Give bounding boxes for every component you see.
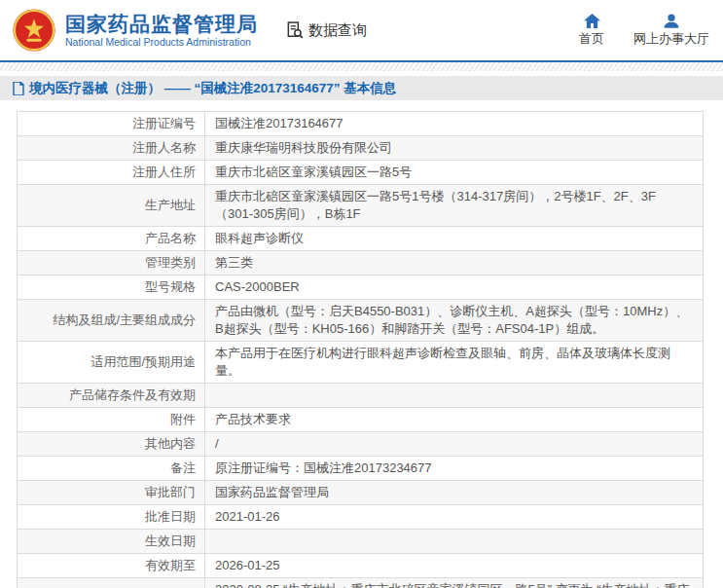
row-value: 重庆市北碚区童家溪镇园区一路5号 — [205, 161, 703, 184]
nav-home[interactable]: 首页 — [579, 14, 604, 48]
row-value: 2026-01-25 — [205, 554, 703, 577]
row-label: 注册人名称 — [18, 136, 205, 160]
table-row: 附件 产品技术要求 — [18, 408, 703, 432]
user-icon — [664, 14, 679, 28]
row-label: 其他内容 — [18, 432, 205, 456]
agency-name-cn: 国家药品监督管理局 — [65, 13, 258, 36]
nav-online-hall-label: 网上办事大厅 — [633, 30, 709, 48]
row-value: 国械注准20173164677 — [205, 112, 703, 135]
breadcrumb-doc-icon — [13, 82, 24, 95]
nav-online-hall[interactable]: 网上办事大厅 — [633, 14, 709, 48]
table-row: 注册证编号 国械注准20173164677 — [18, 112, 703, 136]
table-row: 批准日期 2021-01-26 — [18, 505, 703, 530]
row-value: 本产品用于在医疗机构进行眼科超声诊断检查及眼轴、前房、晶体及玻璃体长度测量。 — [205, 342, 703, 383]
home-icon — [584, 14, 600, 28]
table-row: 其他内容 / — [18, 432, 703, 457]
row-value: 产品由微机（型号：启天B4550-B031）、诊断仪主机、A超探头（型号：10M… — [205, 300, 703, 341]
agency-logo[interactable]: 国家药品监督管理局 National Medical Products Admi… — [12, 8, 258, 53]
row-label: 产品名称 — [18, 227, 205, 250]
row-label: 有效期至 — [18, 554, 205, 577]
nav-home-label: 首页 — [579, 30, 604, 48]
row-label: 附件 — [18, 408, 205, 431]
agency-title-block: 国家药品监督管理局 National Medical Products Admi… — [65, 13, 258, 49]
row-value: CAS-2000BER — [205, 276, 703, 299]
table-row: 型号规格 CAS-2000BER — [18, 276, 703, 300]
row-label: 型号规格 — [18, 276, 205, 299]
row-label: 产品储存条件及有效期 — [18, 384, 205, 407]
table-row: 管理类别 第三类 — [18, 251, 703, 276]
row-value: 原注册证编号：国械注准20173234677 — [205, 457, 703, 480]
hatch-stripe-band — [0, 62, 723, 71]
table-row: 适用范围/预期用途 本产品用于在医疗机构进行眼科超声诊断检查及眼轴、前房、晶体及… — [18, 342, 703, 384]
row-label: 管理类别 — [18, 251, 205, 275]
breadcrumb-text: 境内医疗器械（注册） —— “国械注准20173164677” 基本信息 — [29, 80, 396, 97]
breadcrumb: 境内医疗器械（注册） —— “国械注准20173164677” 基本信息 — [0, 76, 723, 100]
data-query-label: 数据查询 — [308, 21, 367, 40]
registration-detail-table: 注册证编号 国械注准20173164677 注册人名称 重庆康华瑞明科技股份有限… — [17, 111, 704, 588]
row-value: 眼科超声诊断仪 — [205, 227, 703, 250]
table-row: 产品名称 眼科超声诊断仪 — [18, 227, 703, 251]
table-row: 审批部门 国家药品监督管理局 — [18, 481, 703, 505]
row-label: 生效日期 — [18, 530, 205, 553]
row-label: 备注 — [18, 457, 205, 480]
table-row: 注册人名称 重庆康华瑞明科技股份有限公司 — [18, 136, 703, 161]
agency-name-en: National Medical Products Administration — [65, 36, 258, 49]
row-value: 产品技术要求 — [205, 408, 703, 431]
data-query-icon — [285, 20, 305, 40]
national-emblem-icon — [12, 8, 56, 53]
row-value: 2020-08-25 “生产地址：重庆市北碚区童家溪镇园区一路5号” 变更为 “… — [205, 578, 703, 588]
row-value: 第三类 — [205, 251, 703, 275]
row-label: 批准日期 — [18, 505, 205, 529]
table-row: 结构及组成/主要组成成分 产品由微机（型号：启天B4550-B031）、诊断仪主… — [18, 300, 703, 342]
table-row: 注册人住所 重庆市北碚区童家溪镇园区一路5号 — [18, 161, 703, 185]
table-row: 生效日期 — [18, 530, 703, 554]
row-label: 注册人住所 — [18, 161, 205, 184]
row-value: 2021-01-26 — [205, 505, 703, 529]
row-value — [205, 384, 703, 407]
table-row: 生产地址 重庆市北碚区童家溪镇园区一路5号1号楼（314-317房间），2号楼1… — [18, 185, 703, 227]
row-label: 生产地址 — [18, 185, 205, 226]
table-row: 有效期至 2026-01-25 — [18, 554, 703, 578]
table-row: 变更情况 2020-08-25 “生产地址：重庆市北碚区童家溪镇园区一路5号” … — [18, 578, 703, 588]
header-nav: 首页 网上办事大厅 — [579, 14, 709, 48]
row-label: 适用范围/预期用途 — [18, 342, 205, 383]
row-value: / — [205, 432, 703, 456]
row-label: 审批部门 — [18, 481, 205, 504]
table-row: 产品储存条件及有效期 — [18, 384, 703, 408]
data-query-tab[interactable]: 数据查询 — [285, 20, 367, 40]
row-value — [205, 530, 703, 553]
site-header: 国家药品监督管理局 National Medical Products Admi… — [0, 0, 723, 60]
row-value: 重庆康华瑞明科技股份有限公司 — [205, 136, 703, 160]
row-label: 变更情况 — [18, 578, 205, 588]
row-value: 重庆市北碚区童家溪镇园区一路5号1号楼（314-317房间），2号楼1F、2F、… — [205, 185, 703, 226]
table-row: 备注 原注册证编号：国械注准20173234677 — [18, 457, 703, 481]
row-label: 结构及组成/主要组成成分 — [18, 300, 205, 341]
row-value: 国家药品监督管理局 — [205, 481, 703, 504]
row-label: 注册证编号 — [18, 112, 205, 135]
